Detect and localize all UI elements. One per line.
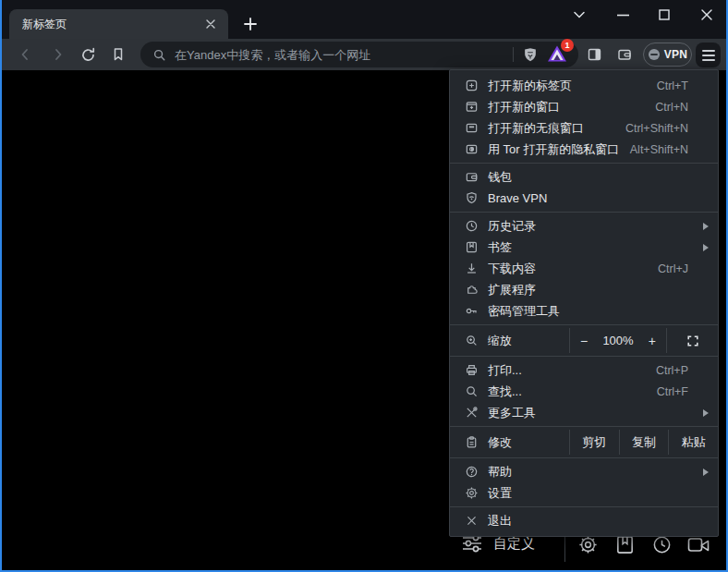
menu-separator: [450, 506, 718, 507]
menu-item-label: 查找...: [488, 383, 657, 400]
menu-item-exit[interactable]: 退出: [450, 510, 718, 531]
zoom-out-button[interactable]: −: [575, 334, 593, 348]
address-input[interactable]: [175, 48, 509, 62]
menu-item-label: 缩放: [488, 333, 569, 349]
menu-item-help[interactable]: 帮助: [450, 461, 718, 482]
menu-item-settings[interactable]: 设置: [450, 482, 718, 504]
copy-button[interactable]: 复制: [620, 434, 669, 451]
zoom-icon: [464, 334, 479, 348]
incognito-window-icon: [464, 121, 479, 136]
menu-item-label: 历史记录: [488, 218, 707, 235]
menu-separator: [450, 324, 718, 325]
printer-icon: [464, 363, 479, 378]
tab-search-caret-icon[interactable]: [566, 3, 592, 27]
vpn-button[interactable]: VPN: [643, 43, 692, 67]
menu-item-downloads[interactable]: 下载内容 Ctrl+J: [450, 258, 718, 279]
menu-separator: [450, 356, 718, 357]
menu-item-shortcut: Ctrl+F: [657, 385, 688, 398]
menu-item-new-private-window[interactable]: 打开新的无痕窗口 Ctrl+Shift+N: [450, 117, 718, 139]
zoom-level: 100%: [602, 334, 633, 347]
menu-item-label: Brave VPN: [488, 191, 707, 205]
browser-window: 新标签页: [0, 0, 728, 572]
back-button[interactable]: [13, 43, 37, 66]
menu-item-label: 更多工具: [488, 405, 707, 421]
menu-item-history[interactable]: 历史记录: [450, 215, 718, 237]
menu-item-label: 帮助: [488, 464, 707, 481]
titlebar: 新标签页: [2, 0, 726, 39]
menu-item-label: 书签: [488, 239, 707, 256]
downloads-icon: [464, 262, 479, 276]
new-tab-icon: [464, 79, 479, 93]
cut-button[interactable]: 剪切: [570, 434, 619, 451]
menu-item-new-tor-window[interactable]: 用 Tor 打开新的隐私窗口 Alt+Shift+N: [450, 139, 718, 160]
menu-separator: [450, 212, 718, 213]
menu-item-label: 打开新的标签页: [488, 78, 657, 94]
menu-item-bookmarks[interactable]: 书签: [450, 237, 718, 258]
tab-new-tab-page[interactable]: 新标签页: [9, 9, 228, 39]
help-icon: [464, 465, 479, 480]
vpn-shield-icon: [464, 191, 479, 206]
menu-separator: [450, 163, 718, 164]
clipboard-icon: [464, 435, 479, 450]
close-button[interactable]: [694, 3, 720, 27]
tab-close-icon[interactable]: [200, 14, 221, 34]
menu-item-label: 设置: [488, 485, 707, 502]
hamburger-menu-button[interactable]: [696, 43, 721, 67]
menu-item-label: 退出: [488, 513, 707, 529]
sidebar-icon[interactable]: [583, 44, 605, 65]
reload-button[interactable]: [76, 43, 100, 66]
paste-button[interactable]: 粘贴: [669, 434, 718, 451]
chevron-right-icon: [703, 244, 709, 251]
menu-separator: [450, 457, 718, 458]
menu-item-label: 密码管理工具: [488, 303, 707, 320]
menu-item-label: 钱包: [488, 169, 707, 186]
vpn-status-icon: [648, 48, 661, 61]
menu-item-label: 打开新的窗口: [488, 99, 655, 116]
wallet-icon[interactable]: [613, 44, 636, 65]
menu-item-wallet[interactable]: 钱包: [450, 166, 718, 188]
menu-item-brave-vpn[interactable]: Brave VPN: [450, 188, 718, 209]
brave-shield-icon[interactable]: [522, 46, 539, 64]
menu-item-label: 打印...: [488, 362, 656, 379]
customize-label: 自定义: [493, 535, 535, 553]
menu-item-shortcut: Ctrl+J: [658, 262, 688, 275]
menu-item-label: 打开新的无痕窗口: [488, 120, 625, 137]
bookmark-button[interactable]: [106, 43, 130, 66]
menu-item-label: 修改: [488, 434, 569, 451]
search-icon: [152, 48, 166, 62]
menu-separator: [450, 426, 718, 427]
minimize-button[interactable]: [610, 3, 636, 27]
bookmarks-icon: [464, 240, 479, 255]
menu-item-shortcut: Ctrl+T: [657, 79, 688, 92]
vpn-label: VPN: [664, 48, 688, 61]
tools-icon: [464, 406, 479, 420]
key-icon: [464, 304, 479, 319]
address-bar[interactable]: 1: [140, 42, 578, 67]
menu-item-new-tab[interactable]: 打开新的标签页 Ctrl+T: [450, 75, 718, 96]
zoom-in-button[interactable]: +: [643, 334, 661, 348]
menu-item-more-tools[interactable]: 更多工具: [450, 402, 718, 423]
menu-item-shortcut: Alt+Shift+N: [630, 143, 688, 156]
menu-item-zoom: 缩放 − 100% +: [450, 328, 718, 353]
maximize-button[interactable]: [651, 3, 677, 27]
close-icon: [464, 514, 479, 529]
menu-item-find[interactable]: 查找... Ctrl+F: [450, 381, 718, 402]
rewards-notification-badge: 1: [561, 39, 574, 52]
gear-icon: [464, 486, 479, 501]
menu-item-shortcut: Ctrl+N: [655, 101, 688, 114]
toolbar: 1 VPN: [2, 39, 726, 70]
menu-item-extensions[interactable]: 扩展程序: [450, 279, 718, 300]
tab-title: 新标签页: [22, 17, 200, 32]
menu-item-label: 用 Tor 打开新的隐私窗口: [488, 141, 630, 158]
new-tab-button[interactable]: [238, 12, 262, 36]
menu-item-passwords[interactable]: 密码管理工具: [450, 300, 718, 322]
menu-item-print[interactable]: 打印... Ctrl+P: [450, 359, 718, 381]
menu-item-new-window[interactable]: 打开新的窗口 Ctrl+N: [450, 96, 718, 117]
chevron-right-icon: [703, 409, 709, 417]
brave-rewards-icon[interactable]: 1: [547, 44, 569, 65]
forward-button[interactable]: [46, 43, 70, 66]
menu-item-label: 扩展程序: [488, 282, 707, 298]
history-icon: [464, 219, 479, 234]
fullscreen-button[interactable]: [667, 335, 718, 347]
tor-window-icon: [464, 142, 479, 157]
